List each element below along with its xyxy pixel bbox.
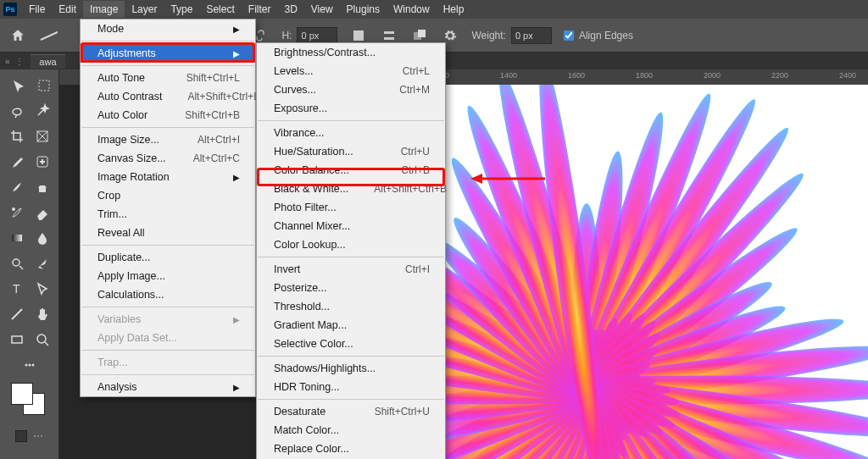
menu-help[interactable]: Help xyxy=(437,1,471,18)
svg-rect-5 xyxy=(418,30,426,37)
tool-blur[interactable] xyxy=(31,227,53,249)
adjust-menu-item-photo-filter[interactable]: Photo Filter... xyxy=(257,198,445,217)
svg-point-16 xyxy=(25,364,27,367)
tool-rectangle[interactable] xyxy=(6,329,28,351)
align-edges-checkbox[interactable]: Align Edges xyxy=(564,30,633,41)
image-menu-item-trap: Trap... xyxy=(81,353,255,372)
adjust-menu-item-threshold[interactable]: Threshold... xyxy=(257,297,445,316)
image-menu-item-image-size[interactable]: Image Size...Alt+Ctrl+I xyxy=(81,130,255,149)
weight-label: Weight: xyxy=(471,30,505,41)
adjust-menu-item-color-lookup[interactable]: Color Lookup... xyxy=(257,235,445,254)
adjust-menu-item-exposure[interactable]: Exposure... xyxy=(257,99,445,118)
svg-point-15 xyxy=(37,335,46,343)
svg-rect-7 xyxy=(37,131,47,141)
document-tab[interactable]: awa xyxy=(31,54,64,69)
adjust-menu-item-brightness-contrast[interactable]: Brightness/Contrast... xyxy=(257,43,445,62)
menu-view[interactable]: View xyxy=(304,1,340,18)
tool-healing[interactable] xyxy=(31,151,53,173)
adjust-menu-item-match-color[interactable]: Match Color... xyxy=(257,421,445,440)
adjust-menu-item-vibrance[interactable]: Vibrance... xyxy=(257,124,445,142)
adjust-menu-item-channel-mixer[interactable]: Channel Mixer... xyxy=(257,217,445,235)
tool-eraser[interactable] xyxy=(31,202,53,224)
foreground-background-swatch[interactable] xyxy=(6,383,53,420)
adjust-menu-item-curves[interactable]: Curves...Ctrl+M xyxy=(257,80,445,99)
menubar: Ps FileEditImageLayerTypeSelectFilter3DV… xyxy=(0,0,868,19)
image-menu-item-apply-image[interactable]: Apply Image... xyxy=(81,267,255,285)
tool-line[interactable] xyxy=(6,303,28,325)
tool-brush[interactable] xyxy=(6,176,28,198)
image-menu-item-analysis[interactable]: Analysis▶ xyxy=(81,378,255,396)
adjust-menu-item-desaturate[interactable]: DesaturateShift+Ctrl+U xyxy=(257,402,445,421)
adjust-menu-item-shadows-highlights[interactable]: Shadows/Highlights... xyxy=(257,359,445,378)
menu-filter[interactable]: Filter xyxy=(242,1,278,18)
svg-rect-10 xyxy=(12,235,22,241)
tool-history-brush[interactable] xyxy=(6,202,28,224)
svg-point-17 xyxy=(28,364,31,367)
menu-layer[interactable]: Layer xyxy=(125,1,164,18)
height-input[interactable]: 0 px xyxy=(297,27,337,44)
adjust-menu-item-selective-color[interactable]: Selective Color... xyxy=(257,335,445,353)
tool-zoom[interactable] xyxy=(31,329,53,351)
tool-move[interactable] xyxy=(8,75,30,97)
line-tool-icon[interactable] xyxy=(39,26,58,45)
tool-crop[interactable] xyxy=(6,125,28,147)
adjust-menu-item-gradient-map[interactable]: Gradient Map... xyxy=(257,316,445,335)
adjust-menu-item-invert[interactable]: InvertCtrl+I xyxy=(257,260,445,279)
home-icon[interactable] xyxy=(8,26,27,45)
image-menu-item-duplicate[interactable]: Duplicate... xyxy=(81,248,255,267)
adjust-menu-item-hue-saturation[interactable]: Hue/Saturation...Ctrl+U xyxy=(257,142,445,161)
image-menu-item-image-rotation[interactable]: Image Rotation▶ xyxy=(81,168,255,186)
ruler-tick: 1400 xyxy=(500,71,517,80)
tool-lasso[interactable] xyxy=(6,100,28,122)
height-label: H: xyxy=(281,30,292,41)
tool-clone[interactable] xyxy=(31,176,53,198)
image-menu-item-calculations[interactable]: Calculations... xyxy=(81,285,255,304)
svg-line-13 xyxy=(12,309,22,319)
image-menu-item-reveal-all[interactable]: Reveal All xyxy=(81,224,255,242)
menu-select[interactable]: Select xyxy=(199,1,241,18)
image-menu-item-crop[interactable]: Crop xyxy=(81,186,255,205)
image-menu-item-auto-tone[interactable]: Auto ToneShift+Ctrl+L xyxy=(81,69,255,87)
menu-plugins[interactable]: Plugins xyxy=(340,1,387,18)
menu-3d[interactable]: 3D xyxy=(277,1,303,18)
tool-path-select[interactable] xyxy=(31,278,53,300)
panel-collapse-chevrons[interactable]: « ⋮ xyxy=(5,57,25,66)
adjust-menu-item-posterize[interactable]: Posterize... xyxy=(257,279,445,297)
adjust-menu-item-color-balance[interactable]: Color Balance...Ctrl+B xyxy=(257,161,445,180)
tools-panel: T⋯ xyxy=(0,69,59,459)
svg-marker-68 xyxy=(470,174,482,184)
quick-mask-icon[interactable] xyxy=(15,430,27,442)
tool-marquee[interactable] xyxy=(33,75,55,97)
adjust-menu-item-levels[interactable]: Levels...Ctrl+L xyxy=(257,62,445,80)
image-menu-item-canvas-size[interactable]: Canvas Size...Alt+Ctrl+C xyxy=(81,149,255,168)
tool-type[interactable]: T xyxy=(6,278,28,300)
tool-edit-toolbar[interactable] xyxy=(19,354,41,376)
image-menu-item-auto-color[interactable]: Auto ColorShift+Ctrl+B xyxy=(81,106,255,124)
menu-file[interactable]: File xyxy=(22,1,52,18)
adjust-menu-item-replace-color[interactable]: Replace Color... xyxy=(257,440,445,458)
image-menu-item-mode[interactable]: Mode▶ xyxy=(81,19,255,38)
svg-line-0 xyxy=(41,31,58,40)
menu-image[interactable]: Image xyxy=(83,1,125,18)
image-menu-item-trim[interactable]: Trim... xyxy=(81,205,255,224)
adjust-menu-item-hdr-toning[interactable]: HDR Toning... xyxy=(257,378,445,396)
image-menu-item-adjustments[interactable]: Adjustments▶ xyxy=(81,44,255,63)
tool-gradient[interactable] xyxy=(6,227,28,249)
svg-rect-3 xyxy=(384,37,394,40)
tool-magic-wand[interactable] xyxy=(31,100,53,122)
tool-hand[interactable] xyxy=(31,303,53,325)
tool-pen[interactable] xyxy=(31,252,53,274)
ruler-tick: 1800 xyxy=(636,71,653,80)
menu-edit[interactable]: Edit xyxy=(52,1,83,18)
image-menu-item-auto-contrast[interactable]: Auto ContrastAlt+Shift+Ctrl+L xyxy=(81,87,255,106)
ruler-tick: 2200 xyxy=(771,71,788,80)
screen-mode-icon[interactable]: ⋯ xyxy=(32,430,44,442)
tool-eyedropper[interactable] xyxy=(6,151,28,173)
menu-type[interactable]: Type xyxy=(164,1,199,18)
adjust-menu-item-black-white[interactable]: Black & White...Alt+Shift+Ctrl+B xyxy=(257,180,445,198)
weight-input[interactable]: 0 px xyxy=(511,27,552,44)
tool-dodge[interactable] xyxy=(6,252,28,274)
tool-frame[interactable] xyxy=(31,125,53,147)
image-menu-item-apply-data-set: Apply Data Set... xyxy=(81,329,255,347)
menu-window[interactable]: Window xyxy=(387,1,437,18)
